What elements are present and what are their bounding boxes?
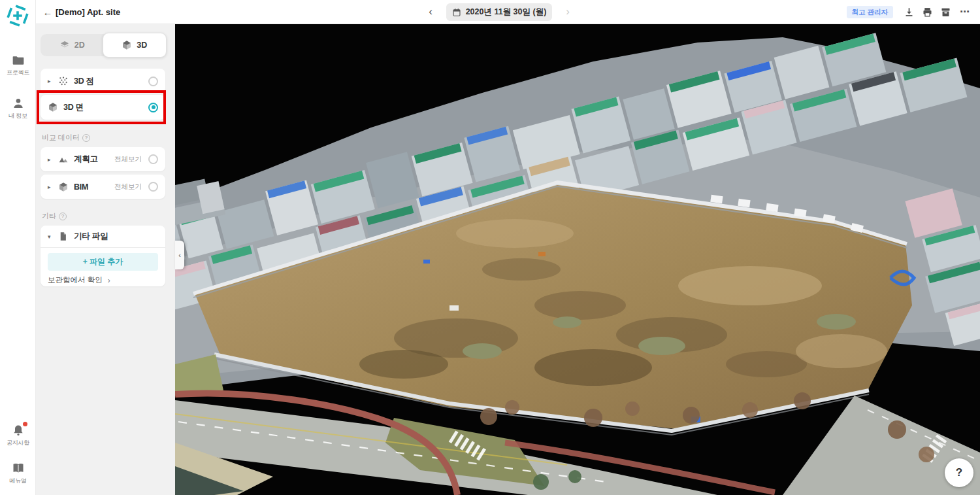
etc-file-header[interactable]: ▾ 기타 파일: [41, 226, 165, 248]
section-label: 비교 데이터: [42, 133, 80, 143]
more-menu-icon[interactable]: ⋯: [959, 6, 971, 18]
bell-icon: [12, 424, 25, 437]
mountains-icon: [58, 154, 69, 165]
help-circle-icon[interactable]: ?: [82, 134, 90, 142]
sidebar-item-label: 프로젝트: [7, 69, 29, 77]
toggle-2d[interactable]: 2D: [41, 34, 104, 56]
role-badge: 최고 관리자: [847, 6, 893, 18]
app-logo-icon[interactable]: [6, 4, 29, 27]
chevron-right-icon: ›: [108, 276, 110, 285]
add-file-button[interactable]: + 파일 추가: [48, 253, 158, 271]
left-rail: 프로젝트 내 정보 공지사항 메뉴얼: [0, 0, 36, 495]
point-cloud-icon: [58, 76, 69, 86]
book-icon: [12, 462, 25, 475]
help-button[interactable]: ?: [945, 458, 973, 487]
caret-right-icon[interactable]: ▸: [48, 78, 53, 84]
cube-icon: [58, 182, 69, 192]
radio-3d-point[interactable]: [148, 77, 158, 86]
date-next-button[interactable]: ›: [561, 5, 574, 18]
compare-card-bim[interactable]: ▸ BIM 전체보기: [41, 175, 165, 199]
layers-icon: [59, 40, 70, 50]
cube-icon: [122, 40, 132, 50]
section-etc: 기타 ?: [42, 211, 67, 221]
panel-collapse-handle[interactable]: ‹: [175, 241, 184, 269]
section-label: 기타: [42, 211, 56, 221]
notification-dot: [23, 422, 27, 426]
date-picker[interactable]: 2020년 11월 30일 (월): [446, 3, 552, 21]
toggle-3d-label: 3D: [137, 41, 147, 50]
radio-3d-mesh[interactable]: [148, 103, 158, 112]
date-value: 2020년 11월 30일 (월): [466, 7, 547, 18]
layer-card-3d-point[interactable]: ▸ 3D 점: [41, 69, 165, 94]
caret-right-icon[interactable]: ▸: [48, 184, 53, 190]
sidebar-item-my-info[interactable]: 내 정보: [0, 97, 36, 120]
sidebar-item-projects[interactable]: 프로젝트: [0, 54, 36, 77]
project-title: [Demo] Apt. site: [56, 7, 120, 17]
archive-link-label: 보관함에서 확인: [48, 275, 103, 285]
archive-icon[interactable]: [939, 6, 951, 18]
layer-label: 3D 면: [63, 102, 84, 113]
file-icon: [58, 231, 69, 242]
sidebar-item-label: 내 정보: [8, 112, 27, 120]
layer-label: 3D 점: [74, 76, 94, 87]
download-icon[interactable]: [903, 6, 915, 18]
print-icon[interactable]: [921, 6, 933, 18]
caret-down-icon[interactable]: ▾: [48, 233, 53, 240]
toggle-3d[interactable]: 3D: [103, 33, 167, 58]
viewport-3d[interactable]: [175, 24, 980, 495]
compare-label: BIM: [74, 182, 88, 192]
view-all-link[interactable]: 전체보기: [114, 182, 142, 192]
layer-card-3d-mesh[interactable]: 3D 면: [41, 95, 165, 120]
toggle-2d-label: 2D: [74, 41, 85, 50]
compare-card-plan-level[interactable]: ▸ 계획고 전체보기: [41, 147, 165, 171]
layer-panel: 2D 3D ▸ 3D 점 3D 면 비교 데이터 ? ▸: [36, 24, 175, 495]
viewport-3d-scene: [175, 24, 980, 495]
sidebar-item-notices[interactable]: 공지사항: [0, 424, 36, 447]
sidebar-item-label: 공지사항: [7, 439, 29, 447]
folder-icon: [12, 54, 25, 67]
compare-label: 계획고: [74, 154, 98, 165]
caret-right-icon[interactable]: ▸: [48, 156, 53, 163]
etc-file-label: 기타 파일: [74, 231, 108, 242]
sidebar-item-manual[interactable]: 메뉴얼: [0, 462, 36, 485]
radio-plan-level[interactable]: [148, 154, 158, 164]
date-prev-button[interactable]: ‹: [424, 5, 437, 18]
sidebar-item-label: 메뉴얼: [9, 477, 26, 485]
person-icon: [12, 97, 25, 110]
etc-file-card: ▾ 기타 파일 + 파일 추가 보관함에서 확인 ›: [41, 226, 165, 286]
top-bar: ← [Demo] Apt. site ‹ 2020년 11월 30일 (월) ›…: [36, 0, 980, 24]
view-all-link[interactable]: 전체보기: [114, 155, 142, 164]
radio-bim[interactable]: [148, 182, 158, 192]
view-mode-toggle: 2D 3D: [41, 34, 165, 56]
help-circle-icon[interactable]: ?: [59, 213, 67, 220]
back-arrow-icon[interactable]: ←: [41, 5, 54, 18]
calendar-icon: [452, 8, 461, 17]
cube-icon: [48, 102, 58, 112]
archive-check-link[interactable]: 보관함에서 확인 ›: [48, 275, 158, 285]
section-compare-data: 비교 데이터 ?: [42, 133, 90, 143]
